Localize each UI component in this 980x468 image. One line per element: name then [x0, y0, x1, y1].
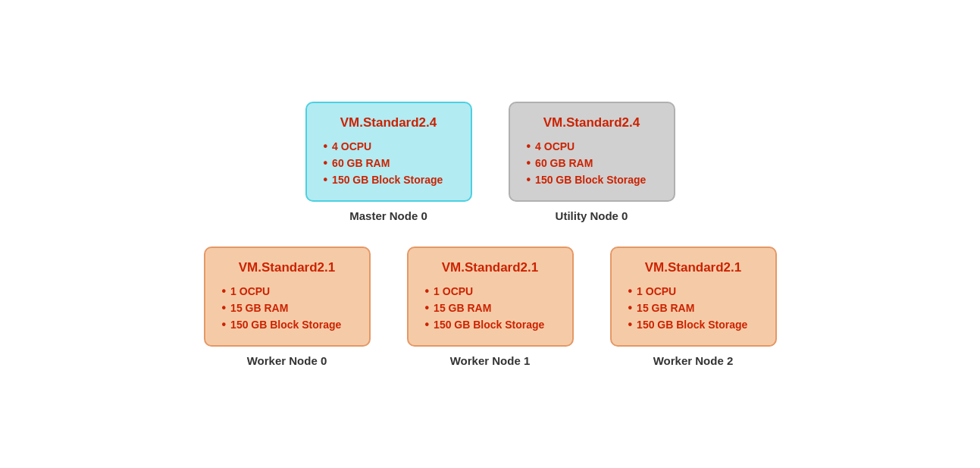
- worker-node-1-spec-item: 1 OCPU: [425, 283, 556, 300]
- worker-node-1-specs: 1 OCPU15 GB RAM150 GB Block Storage: [425, 283, 556, 333]
- worker-node-2-specs: 1 OCPU15 GB RAM150 GB Block Storage: [628, 283, 759, 333]
- worker-node-0-card: VM.Standard2.11 OCPU15 GB RAM150 GB Bloc…: [204, 247, 371, 347]
- worker-node-1-spec-item: 150 GB Block Storage: [425, 316, 556, 333]
- worker-node-1-card: VM.Standard2.11 OCPU15 GB RAM150 GB Bloc…: [407, 247, 574, 347]
- utility-node-0-label: Utility Node 0: [556, 209, 628, 222]
- worker-node-1-spec-item: 15 GB RAM: [425, 300, 556, 316]
- worker-node-0-spec-item: 150 GB Block Storage: [222, 316, 352, 333]
- worker-node-1-title: VM.Standard2.1: [425, 260, 556, 275]
- diagram: VM.Standard2.44 OCPU60 GB RAM150 GB Bloc…: [189, 86, 792, 382]
- worker-node-2-spec-item: 150 GB Block Storage: [628, 316, 759, 333]
- worker-node-2-card: VM.Standard2.11 OCPU15 GB RAM150 GB Bloc…: [610, 247, 777, 347]
- utility-node-0-spec-item: 4 OCPU: [527, 138, 657, 155]
- worker-node-0-specs: 1 OCPU15 GB RAM150 GB Block Storage: [222, 283, 352, 333]
- utility-node-0-specs: 4 OCPU60 GB RAM150 GB Block Storage: [527, 138, 657, 188]
- utility-node-0: VM.Standard2.44 OCPU60 GB RAM150 GB Bloc…: [509, 102, 675, 222]
- worker-node-0: VM.Standard2.11 OCPU15 GB RAM150 GB Bloc…: [204, 247, 371, 367]
- worker-node-2-title: VM.Standard2.1: [628, 260, 759, 275]
- master-node-0: VM.Standard2.44 OCPU60 GB RAM150 GB Bloc…: [305, 102, 472, 222]
- master-node-0-specs: 4 OCPU60 GB RAM150 GB Block Storage: [324, 138, 454, 188]
- worker-node-2-spec-item: 15 GB RAM: [628, 300, 759, 316]
- bottom-row: VM.Standard2.11 OCPU15 GB RAM150 GB Bloc…: [204, 247, 777, 367]
- worker-node-0-label: Worker Node 0: [247, 354, 327, 367]
- utility-node-0-title: VM.Standard2.4: [527, 115, 657, 130]
- utility-node-0-spec-item: 150 GB Block Storage: [527, 171, 657, 188]
- worker-node-1: VM.Standard2.11 OCPU15 GB RAM150 GB Bloc…: [407, 247, 574, 367]
- master-node-0-spec-item: 4 OCPU: [324, 138, 454, 155]
- worker-node-1-label: Worker Node 1: [450, 354, 531, 367]
- master-node-0-spec-item: 60 GB RAM: [324, 155, 454, 171]
- worker-node-0-spec-item: 15 GB RAM: [222, 300, 352, 316]
- master-node-0-title: VM.Standard2.4: [324, 115, 454, 130]
- worker-node-0-title: VM.Standard2.1: [222, 260, 352, 275]
- worker-node-2-label: Worker Node 2: [653, 354, 734, 367]
- top-row: VM.Standard2.44 OCPU60 GB RAM150 GB Bloc…: [305, 102, 675, 222]
- master-node-0-card: VM.Standard2.44 OCPU60 GB RAM150 GB Bloc…: [305, 102, 472, 202]
- worker-node-2-spec-item: 1 OCPU: [628, 283, 759, 300]
- worker-node-0-spec-item: 1 OCPU: [222, 283, 352, 300]
- worker-node-2: VM.Standard2.11 OCPU15 GB RAM150 GB Bloc…: [610, 247, 777, 367]
- master-node-0-label: Master Node 0: [349, 209, 427, 222]
- utility-node-0-spec-item: 60 GB RAM: [527, 155, 657, 171]
- master-node-0-spec-item: 150 GB Block Storage: [324, 171, 454, 188]
- utility-node-0-card: VM.Standard2.44 OCPU60 GB RAM150 GB Bloc…: [509, 102, 675, 202]
